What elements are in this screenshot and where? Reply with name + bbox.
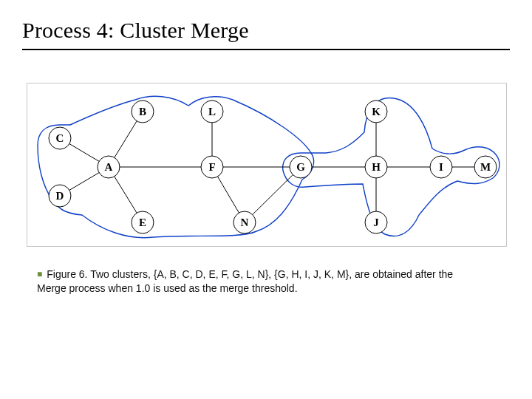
- node-label-H: H: [372, 161, 381, 173]
- caption-text: Figure 6. Two clusters, {A, B, C, D, E, …: [37, 268, 453, 294]
- node-label-C: C: [56, 132, 64, 144]
- node-label-F: F: [208, 161, 215, 173]
- title-underline: [22, 49, 510, 50]
- node-label-N: N: [241, 216, 249, 228]
- node-label-G: G: [296, 161, 305, 173]
- edge-G-N: [245, 167, 301, 222]
- figure: ABCDEFLNGHKJIM: [27, 83, 507, 247]
- node-label-K: K: [372, 106, 381, 117]
- node-label-I: I: [439, 161, 443, 173]
- node-label-E: E: [139, 216, 146, 228]
- slide: Process 4: Cluster Merge ABCDEFLNGHKJIM …: [0, 0, 532, 399]
- node-label-B: B: [139, 106, 146, 117]
- node-label-J: J: [373, 216, 379, 228]
- node-label-A: A: [105, 161, 113, 173]
- node-label-L: L: [208, 106, 216, 117]
- title-row: Process 4: Cluster Merge: [22, 18, 510, 42]
- slide-title: Process 4: Cluster Merge: [22, 18, 249, 42]
- cluster-graph: ABCDEFLNGHKJIM: [27, 83, 506, 246]
- figure-caption: ■Figure 6. Two clusters, {A, B, C, D, E,…: [37, 267, 480, 296]
- caption-bullet-icon: ■: [37, 269, 42, 279]
- node-label-M: M: [480, 161, 491, 173]
- node-label-D: D: [56, 190, 64, 202]
